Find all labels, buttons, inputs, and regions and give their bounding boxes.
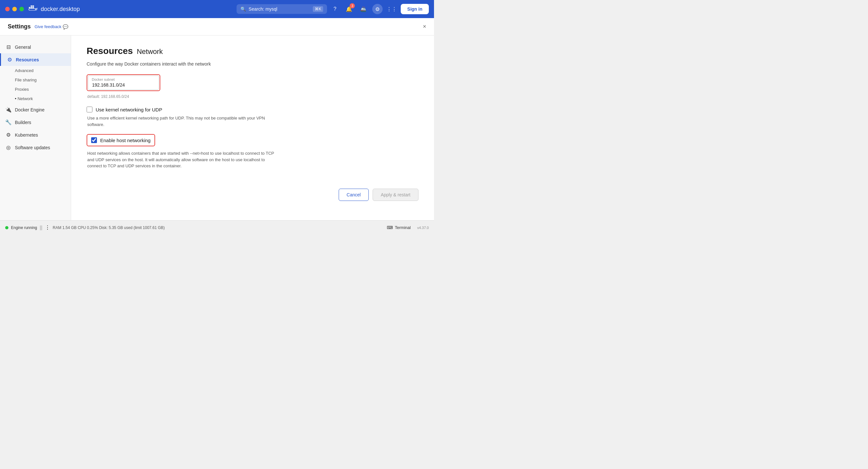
traffic-lights [5,7,24,11]
sidebar-item-builders[interactable]: 🔧 Builders [0,116,71,129]
status-info: Engine running || ⋮ RAM 1.54 GB CPU 0.25… [5,225,383,231]
svg-rect-5 [29,8,35,10]
terminal-label: Terminal [395,225,411,230]
svg-rect-0 [29,7,30,8]
docker-hub-button[interactable]: 🚢 [358,4,368,14]
content-area: ⊟ General ⊙ Resources Advanced File shar… [0,36,434,220]
kernel-networking-checkbox[interactable] [87,107,92,112]
sidebar-subitem-advanced[interactable]: Advanced [15,66,71,75]
settings-header: Settings Give feedback 💬 × [0,18,434,36]
host-networking-checkbox[interactable] [91,137,97,143]
titlebar: docker.desktop 🔍 Search: mysql ⌘K ? 🔔 3 … [0,0,434,18]
more-options-icon[interactable]: ⋮ [45,225,50,231]
settings-icon-button[interactable]: ⚙ [372,4,383,14]
resources-submenu: Advanced File sharing Proxies Network [0,66,71,103]
version-text: v4.37.0 [417,226,429,230]
subnet-field-container: Docker subnet [88,75,159,90]
help-button[interactable]: ? [330,4,340,14]
host-networking-label[interactable]: Enable host networking [100,138,151,143]
kernel-networking-description: Use a more efficient kernel networking p… [87,115,275,128]
host-networking-description: Host networking allows containers that a… [87,150,275,169]
give-feedback-label: Give feedback [35,24,61,29]
page-title: Resources [87,46,133,56]
svg-rect-3 [31,5,32,7]
host-networking-row: Enable host networking [87,134,155,146]
sidebar-item-resources[interactable]: ⊙ Resources [0,53,71,66]
app-logo: docker.desktop [28,4,80,14]
main-container: Settings Give feedback 💬 × ⊟ General ⊙ R… [0,18,434,234]
grid-icon: ⋮⋮ [386,6,397,12]
logo-text: docker.desktop [41,6,80,12]
apply-restart-button[interactable]: Apply & restart [373,189,418,201]
cancel-button[interactable]: Cancel [339,189,369,201]
close-button[interactable]: × [423,23,426,30]
subnet-highlight-border: Docker subnet [87,74,160,91]
sidebar-item-general-label: General [15,44,31,50]
page-description: Configure the way Docker containers inte… [87,61,418,67]
general-icon: ⊟ [5,44,12,50]
subnet-default-text: default: 192.168.65.0/24 [87,94,418,99]
kubernetes-icon: ⚙ [5,132,12,138]
titlebar-icons: ? 🔔 3 🚢 ⚙ ⋮⋮ Sign in [330,4,429,14]
give-feedback-link[interactable]: Give feedback 💬 [35,24,68,29]
close-traffic-light[interactable] [5,7,10,11]
gear-icon: ⚙ [375,6,380,12]
main-panel: Resources Network Configure the way Dock… [71,36,434,220]
action-buttons: Cancel Apply & restart [339,189,418,201]
sidebar-item-docker-engine-label: Docker Engine [15,107,44,112]
host-networking-section: Enable host networking Host networking a… [87,134,418,169]
svg-rect-4 [32,5,34,7]
kernel-networking-label[interactable]: Use kernel networking for UDP [96,107,162,112]
minimize-traffic-light[interactable] [12,7,17,11]
notification-badge: 3 [350,3,355,8]
sign-in-button[interactable]: Sign in [401,4,429,14]
search-kbd: ⌘K [313,6,323,12]
search-bar[interactable]: 🔍 Search: mysql ⌘K [237,4,327,14]
status-bar: Engine running || ⋮ RAM 1.54 GB CPU 0.25… [0,220,434,234]
sidebar-item-software-updates[interactable]: ◎ Software updates [0,141,71,154]
software-updates-icon: ◎ [5,144,12,150]
sidebar-item-software-updates-label: Software updates [15,145,50,150]
maximize-traffic-light[interactable] [20,7,24,11]
svg-rect-2 [32,7,34,8]
sidebar-subitem-file-sharing[interactable]: File sharing [15,75,71,85]
search-icon: 🔍 [241,6,246,12]
docker-engine-icon: 🔌 [5,107,12,113]
sidebar-item-resources-label: Resources [16,57,39,62]
engine-status-text: Engine running [11,226,37,230]
kernel-networking-section: Use kernel networking for UDP Use a more… [87,107,418,128]
terminal-button[interactable]: ⌨ Terminal [387,225,411,230]
terminal-icon: ⌨ [387,225,393,230]
sidebar-item-kubernetes[interactable]: ⚙ Kubernetes [0,129,71,141]
help-icon: ? [334,6,336,12]
sidebar: ⊟ General ⊙ Resources Advanced File shar… [0,36,71,220]
settings-title: Settings [8,23,31,30]
sidebar-item-kubernetes-label: Kubernetes [15,132,38,138]
subnet-field-label: Docker subnet [92,77,115,81]
divider-1: || [40,225,42,231]
engine-status-dot [5,226,8,229]
ship-icon: 🚢 [360,6,367,12]
page-heading: Resources Network [87,46,418,56]
svg-rect-1 [31,7,32,8]
builders-icon: 🔧 [5,119,12,125]
feedback-icon: 💬 [63,24,68,29]
stats-text: RAM 1.54 GB CPU 0.25% Disk: 5.35 GB used… [53,226,165,230]
resources-icon: ⊙ [6,57,12,63]
sidebar-subitem-network[interactable]: Network [15,94,71,103]
notifications-button[interactable]: 🔔 3 [344,4,354,14]
docker-subnet-group: Docker subnet default: 192.168.65.0/24 [87,74,418,99]
grid-button[interactable]: ⋮⋮ [386,4,397,14]
page-subtitle: Network [137,47,163,56]
docker-logo-icon [28,4,38,14]
sidebar-item-general[interactable]: ⊟ General [0,41,71,53]
sidebar-item-builders-label: Builders [15,120,31,125]
kernel-networking-row: Use kernel networking for UDP [87,107,418,112]
search-text: Search: mysql [249,6,310,12]
sidebar-subitem-proxies[interactable]: Proxies [15,85,71,94]
sidebar-item-docker-engine[interactable]: 🔌 Docker Engine [0,103,71,116]
